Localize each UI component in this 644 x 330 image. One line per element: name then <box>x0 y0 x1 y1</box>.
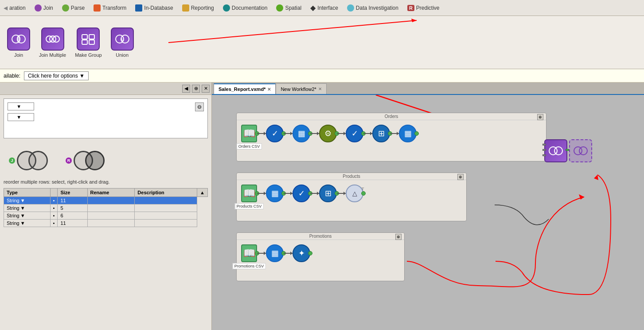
cell-rename-4[interactable] <box>87 220 135 227</box>
orders-check-node-2[interactable]: ✓ <box>346 125 363 142</box>
tab-new-workflow2[interactable]: New Workflow2* ✕ <box>276 83 327 94</box>
canvas-area[interactable]: Orders ⊕ 📖 Orders CSV ✓ <box>212 95 644 330</box>
j-label: J <box>9 157 15 164</box>
tab-sales-close[interactable]: ✕ <box>267 87 271 92</box>
products-title: Products <box>237 173 466 180</box>
tab-sales-report[interactable]: Sales_Report.vxmd* ✕ <box>214 83 276 94</box>
orders-conn-1 <box>257 133 266 134</box>
toolbar-spatial[interactable]: Spatial <box>274 4 303 12</box>
toolbar-preparation[interactable]: ◀ aration <box>2 4 27 12</box>
orders-input-node[interactable]: 📖 Orders CSV <box>241 125 257 142</box>
type-arrow-1: ▼ <box>20 198 25 203</box>
promotions-input-icon: 📖 <box>243 248 255 259</box>
table-row[interactable]: String ▼ • 11 <box>4 197 208 204</box>
union-input-port-3 <box>543 154 546 156</box>
products-triangle-icon: △ <box>352 190 357 197</box>
type-dropdown-1[interactable]: String ▼ <box>7 198 47 203</box>
promotions-grid-node[interactable]: ✦ <box>293 244 310 262</box>
orders-table-node[interactable]: ▦ <box>293 125 310 142</box>
tool-union-icon: ∪ <box>111 28 134 51</box>
config-dropdown-2[interactable]: ▼ <box>8 113 34 121</box>
cell-desc-4[interactable] <box>135 220 197 227</box>
options-button[interactable]: Click here for options ▼ <box>24 71 89 80</box>
cell-type-4: String ▼ <box>4 220 51 227</box>
toolbar-predictive[interactable]: R Predictive <box>406 4 441 12</box>
gear-icon: ⚙ <box>324 129 332 138</box>
orders-gear-node[interactable]: ⚙ <box>319 125 337 142</box>
orders-conn-6 <box>390 133 399 134</box>
orders-expand-btn[interactable]: ⊕ <box>537 114 543 120</box>
toolbar-transform[interactable]: Transform <box>92 4 128 12</box>
union-input-port-1 <box>543 144 546 145</box>
grid-icon: ⊞ <box>378 129 385 138</box>
tool-make-group-label: Make Group <box>75 52 102 58</box>
union-node-area <box>544 139 592 162</box>
toolbar-interface[interactable]: ◆ Interface <box>308 3 340 13</box>
type-dropdown-3[interactable]: String ▼ <box>7 213 47 218</box>
cell-size-4: 11 <box>58 220 87 227</box>
type-dropdown-2[interactable]: String ▼ <box>7 205 47 211</box>
products-table-node[interactable]: ▦ <box>266 185 284 202</box>
tool-union-label: Union <box>116 52 129 58</box>
products-triangle-node[interactable]: △ ⊤ <box>346 185 363 202</box>
svg-rect-7 <box>89 35 94 39</box>
cell-rename-3[interactable] <box>87 212 135 220</box>
panel-close-button[interactable]: ✕ <box>202 85 210 93</box>
cell-desc-2[interactable] <box>135 204 197 212</box>
toolbar-join[interactable]: Join <box>33 4 55 12</box>
table-row[interactable]: String ▼ • 11 <box>4 220 208 227</box>
interface-toolbar-icon: ◆ <box>310 4 316 12</box>
products-check-node[interactable]: ✓ <box>293 185 310 202</box>
tool-union[interactable]: ∪ Union <box>111 28 134 58</box>
promotions-table-node[interactable]: ▦ <box>266 244 284 262</box>
toolbar-parse[interactable]: Parse <box>60 4 86 12</box>
promotions-input-node[interactable]: 📖 Promotions CSV <box>241 244 257 262</box>
cell-rename-1[interactable] <box>87 197 135 204</box>
config-minus-button[interactable]: ⊖ <box>195 102 204 111</box>
orders-table2-node[interactable]: ▦ <box>399 125 417 142</box>
panel-pin2-button[interactable]: ⊕ <box>192 85 200 93</box>
products-check-icon: ✓ <box>298 189 305 198</box>
orders-check-node-1[interactable]: ✓ <box>266 125 284 142</box>
toolbar-indatabase[interactable]: In-Database <box>133 4 175 12</box>
tool-make-group[interactable]: Make Group <box>75 28 102 58</box>
products-grid-node[interactable]: ⊞ <box>319 185 337 202</box>
transform-toolbar-icon <box>94 4 101 12</box>
cell-desc-1[interactable] <box>135 197 197 204</box>
cell-rename-2[interactable] <box>87 204 135 212</box>
cell-desc-3[interactable] <box>135 212 197 220</box>
svg-line-13 <box>168 20 417 43</box>
join-pair-r: R <box>66 151 105 170</box>
type-arrow-3: ▼ <box>20 213 25 218</box>
cell-size-1: 11 <box>58 197 87 204</box>
tool-join[interactable]: Join <box>7 28 30 58</box>
j-venn[interactable] <box>17 151 48 170</box>
toolbar-label-indatabase: In-Database <box>144 5 173 11</box>
config-dropdown-1[interactable]: ▼ <box>8 102 34 110</box>
type-dropdown-4[interactable]: String ▼ <box>7 220 47 226</box>
union-node-main[interactable] <box>544 139 567 162</box>
promotions-conn-2 <box>284 253 293 254</box>
type-value-4: String <box>7 220 20 226</box>
products-input-node[interactable]: 📖 Products CSV <box>241 185 257 202</box>
tab-workflow2-close[interactable]: ✕ <box>318 86 322 91</box>
workflow-products: Products ⊕ 📖 Products CSV ▦ <box>236 173 467 221</box>
table-row[interactable]: String ▼ • 6 <box>4 212 208 220</box>
promotions-nodes: 📖 Promotions CSV ▦ ✦ <box>237 240 404 265</box>
toolbar-datainvestigation[interactable]: Data Investigation <box>345 4 400 12</box>
toolbar-label-reporting: Reporting <box>191 5 214 11</box>
toolbar-documentation[interactable]: Documentation <box>221 4 269 12</box>
products-expand-btn[interactable]: ⊕ <box>457 174 464 180</box>
cell-type-1: String ▼ <box>4 197 51 204</box>
promotions-expand-btn[interactable]: ⊕ <box>395 234 402 240</box>
union-node-dashed[interactable] <box>569 139 592 162</box>
table-row[interactable]: String ▼ • 5 <box>4 204 208 212</box>
products-nodes: 📖 Products CSV ▦ ✓ <box>237 180 466 205</box>
toolbar-label-join: Join <box>43 5 53 11</box>
type-value-1: String <box>7 198 20 203</box>
panel-pin-button[interactable]: ◀ <box>182 85 190 93</box>
r-venn[interactable] <box>74 151 105 170</box>
orders-grid-node[interactable]: ⊞ <box>372 125 390 142</box>
tool-join-multiple[interactable]: Join Multiple <box>39 28 66 58</box>
toolbar-reporting[interactable]: Reporting <box>180 4 216 12</box>
